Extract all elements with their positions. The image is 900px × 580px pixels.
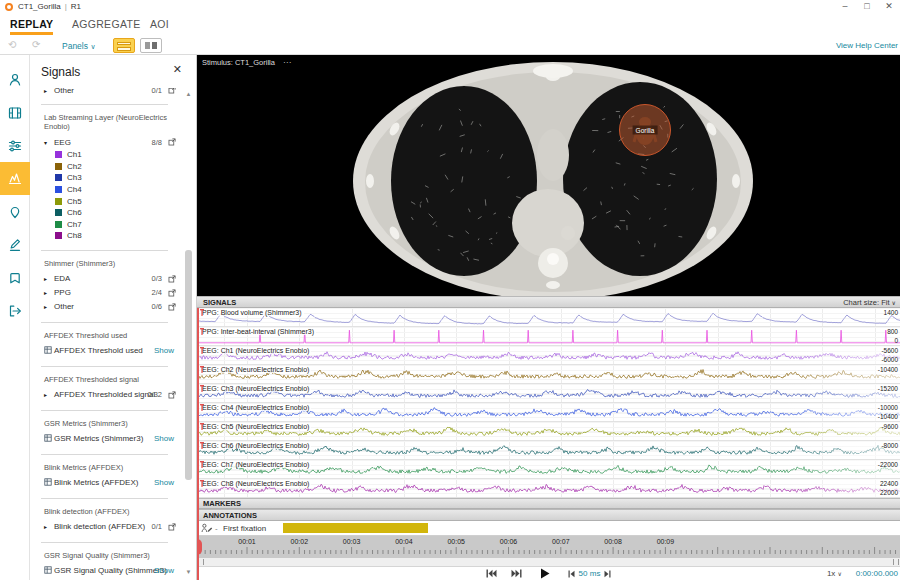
- playhead-handle[interactable]: [197, 539, 202, 555]
- signal-row-1[interactable]: PPG: Blood volume (Shimmer3)1400: [197, 308, 900, 327]
- channel-row-ch5[interactable]: Ch5: [30, 195, 182, 207]
- panel-row-table[interactable]: AFFDEX Threshold usedShow: [30, 344, 182, 358]
- step-back-button[interactable]: [568, 570, 575, 578]
- timeline-ruler[interactable]: 00:0100:0200:0300:0400:0500:0600:0700:08…: [197, 536, 900, 558]
- show-link[interactable]: Show: [154, 566, 174, 575]
- open-external-icon[interactable]: [168, 88, 176, 94]
- rail-item-exit-icon[interactable]: [0, 294, 30, 327]
- skip-to-start-button[interactable]: [486, 569, 497, 578]
- pin-icon: [7, 204, 23, 220]
- panel-row-table[interactable]: GSR Metrics (Shimmer3)Show: [30, 432, 182, 446]
- annotation-time-bar[interactable]: [283, 523, 428, 533]
- channel-row-ch4[interactable]: Ch4: [30, 184, 182, 196]
- scroll-up-icon[interactable]: ▲: [184, 90, 193, 99]
- rail-item-bookmark-icon[interactable]: [0, 261, 30, 294]
- more-options-icon[interactable]: ⋯: [283, 58, 292, 67]
- chevron-right-icon[interactable]: ▸: [44, 88, 54, 94]
- maximize-button[interactable]: □: [860, 1, 874, 11]
- tab-replay[interactable]: REPLAY: [10, 18, 53, 30]
- tab-aggregate[interactable]: AGGREGATE: [72, 18, 140, 30]
- panel-row-group[interactable]: ▸Blink detection (AFFDEX)0/1: [30, 520, 182, 534]
- signal-row-10[interactable]: EEG: Ch8 (NeuroElectrics Enobio)22400220…: [197, 479, 900, 498]
- tab-aoi[interactable]: AOI: [150, 18, 169, 30]
- panel-row-group[interactable]: ▸Other0/6: [30, 300, 182, 314]
- row-label: EEG: [54, 138, 71, 147]
- signal-row-2[interactable]: PPG: Inter-beat-interval (Shimmer3)8000: [197, 327, 900, 346]
- chevron-down-icon[interactable]: ▾: [44, 139, 54, 146]
- open-external-icon[interactable]: [168, 303, 176, 311]
- playback-speed-dropdown[interactable]: 1x ∨: [827, 569, 842, 578]
- signal-row-label: EEG: Ch6 (NeuroElectrics Enobio): [202, 442, 309, 449]
- panels-dropdown[interactable]: Panels ∨: [62, 41, 96, 51]
- channel-row-ch7[interactable]: Ch7: [30, 219, 182, 231]
- signal-row-9[interactable]: EEG: Ch7 (NeuroElectrics Enobio)-22000: [197, 460, 900, 479]
- open-external-icon[interactable]: [168, 138, 176, 146]
- channel-color-swatch: [55, 198, 62, 205]
- channel-row-ch6[interactable]: Ch6: [30, 207, 182, 219]
- open-external-icon[interactable]: [168, 275, 176, 283]
- channel-row-ch3[interactable]: Ch3: [30, 172, 182, 184]
- chart-size-control[interactable]: Chart size: Fit ∨: [843, 298, 896, 307]
- panel-row-table[interactable]: GSR Signal Quality (Shimmer3)Show: [30, 564, 182, 578]
- show-link[interactable]: Show: [154, 346, 174, 355]
- signal-row-label: PPG: Blood volume (Shimmer3): [202, 309, 302, 316]
- minimize-button[interactable]: –: [838, 1, 852, 11]
- signal-row-8[interactable]: EEG: Ch6 (NeuroElectrics Enobio)-8000: [197, 441, 900, 460]
- signal-row-5[interactable]: EEG: Ch3 (NeuroElectrics Enobio)-15200: [197, 384, 900, 403]
- open-external-icon[interactable]: [168, 391, 176, 399]
- chevron-right-icon[interactable]: ▸: [44, 303, 54, 310]
- layout-columns-button[interactable]: [140, 38, 162, 53]
- signal-row-4[interactable]: EEG: Ch2 (NeuroElectrics Enobio)-10400: [197, 365, 900, 384]
- scroll-down-icon[interactable]: ▼: [184, 568, 193, 577]
- row-label: Other: [54, 88, 74, 95]
- zoom-grip-right[interactable]: [893, 559, 899, 565]
- skip-to-end-button[interactable]: [511, 569, 522, 578]
- show-link[interactable]: Show: [154, 478, 174, 487]
- chevron-right-icon[interactable]: ▸: [44, 275, 54, 282]
- chevron-right-icon[interactable]: ▸: [44, 523, 54, 530]
- timeline-zoom-scrollbar[interactable]: [197, 558, 900, 567]
- chevron-right-icon[interactable]: ▸: [44, 289, 54, 296]
- rail-item-person-icon[interactable]: [0, 63, 30, 96]
- open-external-icon[interactable]: [168, 523, 176, 531]
- open-external-icon[interactable]: [168, 289, 176, 297]
- show-link[interactable]: Show: [154, 434, 174, 443]
- aoi-circle-gorilla[interactable]: Gorilla: [619, 104, 671, 156]
- close-button[interactable]: ✕: [882, 1, 896, 11]
- channel-row-ch8[interactable]: Ch8: [30, 230, 182, 242]
- signal-row-3[interactable]: EEG: Ch1 (NeuroElectrics Enobio)-5600-60…: [197, 346, 900, 365]
- panel-row-group[interactable]: ▸Other0/1: [30, 88, 182, 96]
- signal-row-7[interactable]: EEG: Ch5 (NeuroElectrics Enobio)-9600: [197, 422, 900, 441]
- close-icon[interactable]: ✕: [173, 63, 182, 76]
- rail-item-waveform-icon[interactable]: [0, 162, 30, 195]
- step-forward-button[interactable]: [604, 570, 611, 578]
- rail-item-pencil-icon[interactable]: [0, 228, 30, 261]
- chevron-right-icon[interactable]: ▸: [44, 391, 54, 398]
- step-size-label[interactable]: 50 ms: [579, 569, 601, 578]
- signal-type-icon: [200, 480, 204, 487]
- panel-row-group[interactable]: ▸PPG2/4: [30, 286, 182, 300]
- rail-item-film-icon[interactable]: [0, 96, 30, 129]
- layout-rows-button[interactable]: [113, 38, 135, 53]
- row-label: AFFDEX Thresholded signal: [54, 390, 155, 399]
- undo-icon[interactable]: ⟲: [8, 39, 16, 50]
- section-header: GSR Signal Quality (Shimmer3): [44, 551, 182, 560]
- titlebar: CT1_Gorilla|R1 – □ ✕: [0, 0, 900, 14]
- signal-row-6[interactable]: EEG: Ch4 (NeuroElectrics Enobio)-10000-1…: [197, 403, 900, 422]
- rail-item-pin-icon[interactable]: [0, 195, 30, 228]
- channel-row-ch1[interactable]: Ch1: [30, 149, 182, 161]
- redo-icon[interactable]: ⟳: [32, 39, 40, 50]
- view-help-center-link[interactable]: View Help Center: [836, 41, 898, 50]
- panel-row-group[interactable]: ▸EDA0/3: [30, 272, 182, 286]
- panel-row-group[interactable]: ▸AFFDEX Thresholded signal0/32: [30, 388, 182, 402]
- panel-row-group[interactable]: ▾EEG8/8: [30, 135, 182, 149]
- aoi-label: Gorilla: [633, 126, 658, 135]
- panel-row-table[interactable]: Blink Metrics (AFFDEX)Show: [30, 476, 182, 490]
- scrollbar-thumb[interactable]: [185, 250, 192, 480]
- channel-row-ch2[interactable]: Ch2: [30, 161, 182, 173]
- rail-item-sliders-icon[interactable]: [0, 129, 30, 162]
- panel-scrollbar[interactable]: ▲ ▼: [184, 90, 193, 577]
- annotation-caret[interactable]: -: [215, 524, 218, 533]
- play-button[interactable]: [540, 568, 550, 579]
- markers-section-header: MARKERS: [197, 498, 900, 509]
